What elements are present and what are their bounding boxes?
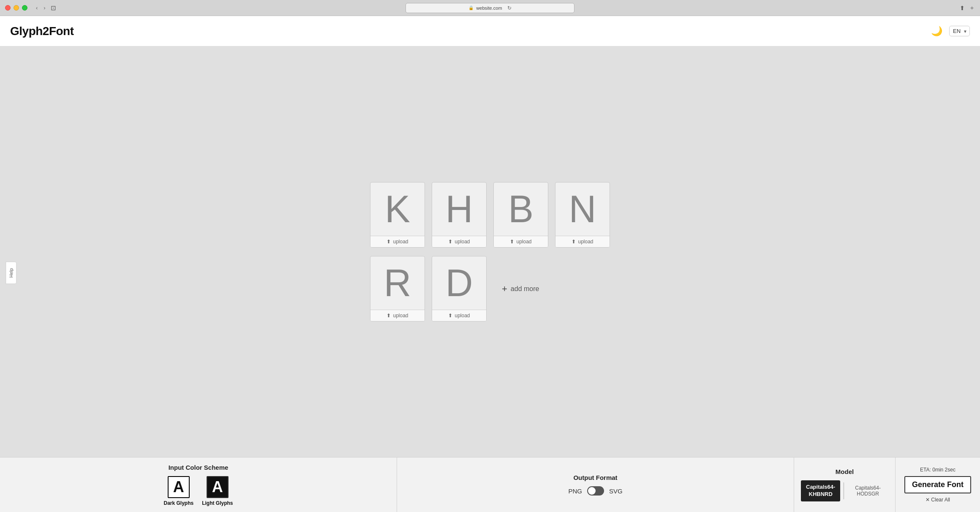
upload-label-h: upload (455, 239, 470, 245)
format-toggle[interactable] (587, 486, 604, 496)
glyph-card-d[interactable]: D ⬆ upload (432, 256, 487, 321)
light-glyphs-card: A (207, 476, 229, 498)
window-actions-right: ⬆ ＋ (960, 4, 975, 12)
forward-button[interactable]: › (42, 4, 47, 12)
glyphs-row-2: R ⬆ upload D ⬆ upload + add more (370, 256, 547, 321)
back-button[interactable]: ‹ (34, 4, 39, 12)
window-nav-buttons: ‹ › (34, 4, 47, 12)
upload-label-n: upload (578, 239, 593, 245)
glyph-letter-r: R (384, 256, 411, 310)
glyphs-row-1: K ⬆ upload H ⬆ upload B ⬆ (370, 182, 610, 248)
color-scheme-options: A Dark Glyphs A Light Glyphs (163, 476, 233, 506)
glyph-card-k[interactable]: K ⬆ upload (370, 182, 425, 248)
add-tab-button[interactable]: ＋ (969, 4, 975, 12)
glyph-letter-b: B (508, 182, 534, 236)
eta-label: ETA: 0min 2sec (920, 467, 956, 473)
output-format-label: Output Format (573, 474, 617, 481)
glyph-letter-d: D (446, 256, 473, 310)
model-label: Model (836, 468, 854, 475)
language-selector-wrapper[interactable]: EN FR DE ES ▼ (949, 26, 970, 36)
plus-icon: + (502, 283, 507, 294)
share-button[interactable]: ⬆ (960, 4, 965, 12)
glyph-card-r[interactable]: R ⬆ upload (370, 256, 425, 321)
upload-icon-k: ⬆ (387, 239, 391, 245)
clear-all-button[interactable]: ✕ Clear All (926, 497, 950, 503)
toggle-knob (588, 487, 596, 495)
traffic-lights (5, 5, 27, 11)
dark-glyphs-card: A (168, 476, 190, 498)
glyph-upload-k[interactable]: ⬆ upload (370, 236, 425, 247)
svg-label: SVG (609, 487, 623, 495)
other-model-button[interactable]: Capitals64-HODSGR (847, 485, 888, 497)
help-tab[interactable]: Help (5, 262, 16, 284)
upload-icon-h: ⬆ (448, 239, 452, 245)
minimize-button[interactable] (14, 5, 19, 11)
window-chrome: ‹ › ⊡ 🔒 website.com ↻ ⬆ ＋ (0, 0, 980, 16)
model-divider (844, 482, 844, 499)
glyph-upload-h[interactable]: ⬆ upload (432, 236, 486, 247)
light-glyphs-option[interactable]: A Light Glyphs (202, 476, 233, 506)
glyph-upload-d[interactable]: ⬆ upload (432, 310, 486, 321)
dark-glyphs-label: Dark Glyphs (163, 500, 193, 506)
header-actions: 🌙 EN FR DE ES ▼ (931, 26, 970, 37)
glyph-upload-b[interactable]: ⬆ upload (494, 236, 548, 247)
upload-label-r: upload (393, 313, 408, 319)
url-text: website.com (476, 5, 502, 11)
glyphs-grid: K ⬆ upload H ⬆ upload B ⬆ (370, 182, 610, 321)
app-title: Glyph2Font (10, 25, 74, 38)
generate-section: ETA: 0min 2sec Generate Font ✕ Clear All (896, 458, 980, 512)
glyph-card-n[interactable]: N ⬆ upload (555, 182, 610, 248)
active-model-line1: Capitals64- (806, 484, 835, 490)
sidebar-toggle-button[interactable]: ⊡ (51, 4, 56, 12)
app-header: Glyph2Font 🌙 EN FR DE ES ▼ (0, 16, 980, 46)
glyph-letter-n: N (569, 182, 596, 236)
glyph-letter-h: H (446, 182, 473, 236)
upload-icon-n: ⬆ (572, 239, 576, 245)
language-select[interactable]: EN FR DE ES (949, 26, 970, 36)
glyph-upload-r[interactable]: ⬆ upload (370, 310, 425, 321)
reload-icon[interactable]: ↻ (507, 5, 512, 11)
upload-icon-r: ⬆ (387, 313, 391, 319)
output-format-section: Output Format PNG SVG (397, 458, 794, 512)
url-bar[interactable]: 🔒 website.com ↻ (406, 3, 574, 13)
glyph-card-h[interactable]: H ⬆ upload (432, 182, 487, 248)
add-more-label: add more (511, 285, 539, 293)
upload-icon-b: ⬆ (510, 239, 514, 245)
format-controls: PNG SVG (568, 486, 622, 496)
bottom-panel: Input Color Scheme A Dark Glyphs A Light… (0, 457, 980, 512)
png-label: PNG (568, 487, 582, 495)
main-content: K ⬆ upload H ⬆ upload B ⬆ (0, 46, 980, 457)
light-glyphs-label: Light Glyphs (202, 500, 233, 506)
close-button[interactable] (5, 5, 11, 11)
active-model-button[interactable]: Capitals64- KHBNRD (801, 480, 840, 501)
upload-icon-d: ⬆ (448, 313, 452, 319)
lock-icon: 🔒 (468, 5, 474, 10)
model-section: Model Capitals64- KHBNRD Capitals64-HODS… (794, 458, 896, 512)
upload-label-d: upload (455, 313, 470, 319)
add-more-button[interactable]: + add more (493, 279, 547, 299)
glyph-card-b[interactable]: B ⬆ upload (493, 182, 548, 248)
dark-glyphs-option[interactable]: A Dark Glyphs (163, 476, 193, 506)
maximize-button[interactable] (22, 5, 27, 11)
glyph-letter-k: K (385, 182, 410, 236)
active-model-line2: KHBNRD (809, 491, 833, 497)
dark-mode-button[interactable]: 🌙 (931, 26, 942, 37)
generate-font-button[interactable]: Generate Font (904, 476, 971, 493)
dark-glyphs-letter: A (173, 478, 184, 496)
model-display: Capitals64- KHBNRD Capitals64-HODSGR (801, 480, 888, 501)
upload-label-k: upload (393, 239, 408, 245)
light-glyphs-letter: A (212, 478, 223, 496)
glyph-upload-n[interactable]: ⬆ upload (555, 236, 610, 247)
upload-label-b: upload (516, 239, 531, 245)
input-color-scheme-section: Input Color Scheme A Dark Glyphs A Light… (0, 458, 397, 512)
glyphs-area: K ⬆ upload H ⬆ upload B ⬆ (0, 46, 980, 457)
input-color-scheme-label: Input Color Scheme (169, 464, 229, 471)
